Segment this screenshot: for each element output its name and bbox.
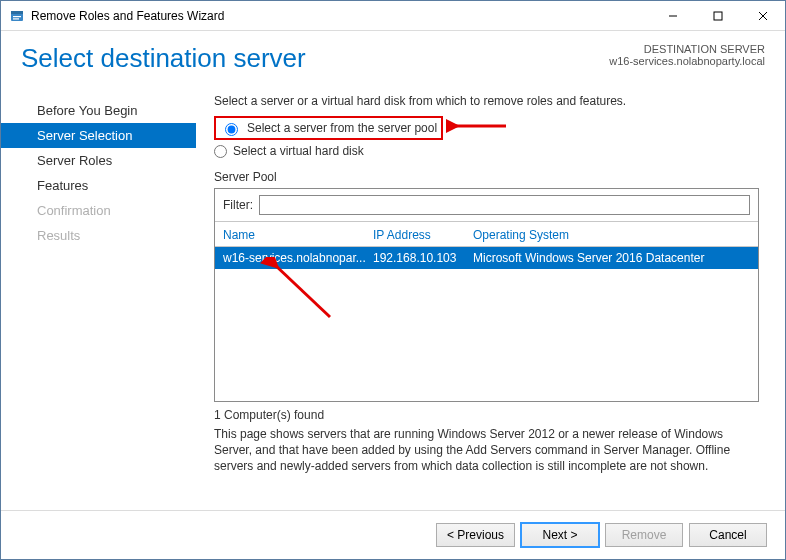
next-button[interactable]: Next > [521,523,599,547]
radio-vhd[interactable] [214,145,227,158]
nav-server-selection[interactable]: Server Selection [1,123,196,148]
server-pool-label: Server Pool [214,170,759,184]
radio-server-pool[interactable] [225,123,238,136]
radio-vhd-wrapper[interactable]: Select a virtual hard disk [214,142,759,160]
radio-server-pool-label: Select a server from the server pool [247,121,437,135]
body: Before You Begin Server Selection Server… [1,92,785,500]
svg-line-9 [275,265,330,317]
destination-heading: DESTINATION SERVER [609,43,765,55]
grid-body: w16-services.nolabnopar... 192.168.10.10… [215,247,758,401]
cell-os: Microsoft Windows Server 2016 Datacenter [473,251,750,265]
footer: < Previous Next > Remove Cancel [1,510,785,559]
nav-before-you-begin[interactable]: Before You Begin [1,98,196,123]
cancel-button[interactable]: Cancel [689,523,767,547]
table-row[interactable]: w16-services.nolabnopar... 192.168.10.10… [215,247,758,269]
svg-rect-3 [13,18,19,19]
window-controls [650,1,785,30]
explanatory-text: This page shows servers that are running… [214,426,759,475]
annotation-arrow-icon [446,114,516,138]
svg-rect-2 [13,16,21,17]
nav-confirmation: Confirmation [1,198,196,223]
close-button[interactable] [740,1,785,30]
nav-server-roles[interactable]: Server Roles [1,148,196,173]
svg-rect-5 [714,12,722,20]
window-title: Remove Roles and Features Wizard [31,9,224,23]
instruction-text: Select a server or a virtual hard disk f… [214,94,759,108]
destination-value: w16-services.nolabnoparty.local [609,55,765,67]
col-os[interactable]: Operating System [473,228,750,242]
col-ip[interactable]: IP Address [373,228,473,242]
maximize-button[interactable] [695,1,740,30]
svg-rect-1 [11,11,23,14]
cell-ip: 192.168.10.103 [373,251,473,265]
page-title: Select destination server [21,43,306,74]
main-panel: Select a server or a virtual hard disk f… [196,92,785,500]
radio-server-pool-wrapper[interactable]: Select a server from the server pool [214,116,443,140]
wizard-nav: Before You Begin Server Selection Server… [1,92,196,500]
nav-results: Results [1,223,196,248]
grid-header: Name IP Address Operating System [215,222,758,247]
filter-label: Filter: [223,198,253,212]
destination-block: DESTINATION SERVER w16-services.nolabnop… [609,43,765,67]
remove-button: Remove [605,523,683,547]
filter-row: Filter: [215,189,758,222]
computers-found: 1 Computer(s) found [214,408,759,422]
filter-input[interactable] [259,195,750,215]
minimize-button[interactable] [650,1,695,30]
previous-button[interactable]: < Previous [436,523,515,547]
cell-name: w16-services.nolabnopar... [223,251,373,265]
col-name[interactable]: Name [223,228,373,242]
header: Select destination server DESTINATION SE… [1,31,785,92]
server-pool-box: Filter: Name IP Address Operating System… [214,188,759,402]
titlebar: Remove Roles and Features Wizard [1,1,785,31]
nav-features[interactable]: Features [1,173,196,198]
app-icon [9,8,25,24]
radio-vhd-label: Select a virtual hard disk [233,144,364,158]
